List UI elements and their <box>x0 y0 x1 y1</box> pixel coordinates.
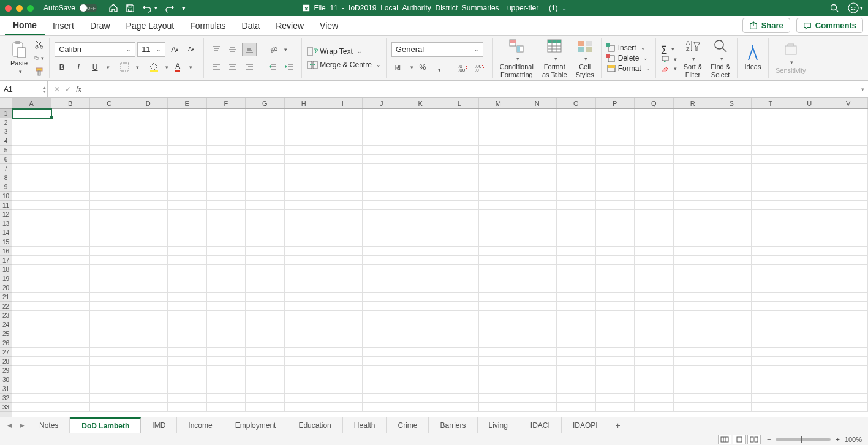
cell-N11[interactable] <box>518 201 557 210</box>
cell-D25[interactable] <box>129 329 168 338</box>
cell-D20[interactable] <box>129 283 168 293</box>
cell-D32[interactable] <box>129 394 168 403</box>
cell-M24[interactable] <box>479 320 518 329</box>
cell-A15[interactable] <box>12 237 51 247</box>
formula-input[interactable] <box>88 81 857 97</box>
cell-C29[interactable] <box>90 366 129 375</box>
cell-D26[interactable] <box>129 338 168 348</box>
cell-E22[interactable] <box>168 302 207 311</box>
comma-format-icon[interactable]: , <box>432 61 447 74</box>
cell-L12[interactable] <box>440 210 480 219</box>
cell-S8[interactable] <box>712 173 752 182</box>
cell-A29[interactable] <box>12 366 51 375</box>
cell-E15[interactable] <box>168 237 207 247</box>
cell-C20[interactable] <box>90 283 129 293</box>
cell-V8[interactable] <box>829 173 869 182</box>
cell-P29[interactable] <box>596 366 635 375</box>
cell-E24[interactable] <box>168 320 207 329</box>
cell-J10[interactable] <box>363 192 402 201</box>
cell-G7[interactable] <box>246 164 285 173</box>
cell-C33[interactable] <box>90 403 129 412</box>
cell-U30[interactable] <box>790 375 829 384</box>
cell-B22[interactable] <box>51 302 91 311</box>
cell-Q18[interactable] <box>635 265 674 274</box>
cell-B11[interactable] <box>51 201 91 210</box>
cell-V24[interactable] <box>829 320 869 329</box>
cell-L6[interactable] <box>440 155 480 164</box>
cell-V3[interactable] <box>829 127 869 136</box>
cell-O13[interactable] <box>557 219 596 228</box>
cell-P22[interactable] <box>596 302 635 311</box>
cell-S28[interactable] <box>712 357 752 366</box>
cell-V17[interactable] <box>829 256 869 265</box>
cell-F11[interactable] <box>207 201 246 210</box>
sheet-tab-dod-lambeth[interactable]: DoD Lambeth <box>70 417 141 433</box>
tab-draw[interactable]: Draw <box>82 16 118 35</box>
cell-T20[interactable] <box>752 283 791 293</box>
cell-R26[interactable] <box>674 338 713 348</box>
clear-button[interactable]: ▾ <box>661 65 677 72</box>
cell-K24[interactable] <box>401 320 440 329</box>
cell-Q31[interactable] <box>635 384 674 394</box>
cell-H30[interactable] <box>285 375 324 384</box>
cell-T16[interactable] <box>752 247 791 256</box>
cell-B27[interactable] <box>51 348 91 357</box>
cell-H11[interactable] <box>285 201 324 210</box>
cell-A21[interactable] <box>12 293 51 302</box>
col-header-D[interactable]: D <box>129 98 168 108</box>
cell-S23[interactable] <box>712 311 752 320</box>
cell-S26[interactable] <box>712 338 752 348</box>
cell-K29[interactable] <box>401 366 440 375</box>
cell-H20[interactable] <box>285 283 324 293</box>
cell-G32[interactable] <box>246 394 285 403</box>
cell-I7[interactable] <box>323 164 363 173</box>
cell-U13[interactable] <box>790 219 829 228</box>
cell-R12[interactable] <box>674 210 713 219</box>
cell-M3[interactable] <box>479 127 518 136</box>
row-header-19[interactable]: 19 <box>0 274 12 283</box>
expand-formula-bar-icon[interactable]: ▾ <box>857 81 868 97</box>
cell-J24[interactable] <box>363 320 402 329</box>
cell-M33[interactable] <box>479 403 518 412</box>
cell-H9[interactable] <box>285 182 324 192</box>
cell-G29[interactable] <box>246 366 285 375</box>
cell-I12[interactable] <box>323 210 363 219</box>
cell-P12[interactable] <box>596 210 635 219</box>
cell-V23[interactable] <box>829 311 869 320</box>
cell-T28[interactable] <box>752 357 791 366</box>
cell-O16[interactable] <box>557 247 596 256</box>
cell-A18[interactable] <box>12 265 51 274</box>
cell-M31[interactable] <box>479 384 518 394</box>
maximize-window-icon[interactable] <box>27 5 34 12</box>
decrease-indent-icon[interactable] <box>265 60 280 73</box>
cell-H7[interactable] <box>285 164 324 173</box>
cell-R4[interactable] <box>674 136 713 146</box>
align-center-icon[interactable] <box>225 60 240 73</box>
cell-K27[interactable] <box>401 348 440 357</box>
cell-S1[interactable] <box>712 109 752 118</box>
cell-R21[interactable] <box>674 293 713 302</box>
cell-V1[interactable] <box>829 109 869 118</box>
cell-U9[interactable] <box>790 182 829 192</box>
cell-C17[interactable] <box>90 256 129 265</box>
cell-V7[interactable] <box>829 164 869 173</box>
cell-M25[interactable] <box>479 329 518 338</box>
cell-F27[interactable] <box>207 348 246 357</box>
cell-A3[interactable] <box>12 127 51 136</box>
cell-R23[interactable] <box>674 311 713 320</box>
cell-V12[interactable] <box>829 210 869 219</box>
cell-V13[interactable] <box>829 219 869 228</box>
cell-Q23[interactable] <box>635 311 674 320</box>
cell-D21[interactable] <box>129 293 168 302</box>
cancel-formula-icon[interactable]: ✕ <box>54 85 60 94</box>
cell-G18[interactable] <box>246 265 285 274</box>
tab-page-layout[interactable]: Page Layout <box>118 16 183 35</box>
cell-S32[interactable] <box>712 394 752 403</box>
page-break-view-icon[interactable] <box>747 435 761 444</box>
cell-S11[interactable] <box>712 201 752 210</box>
cell-D5[interactable] <box>129 146 168 155</box>
cell-M15[interactable] <box>479 237 518 247</box>
cell-O6[interactable] <box>557 155 596 164</box>
cell-Q24[interactable] <box>635 320 674 329</box>
cell-O29[interactable] <box>557 366 596 375</box>
